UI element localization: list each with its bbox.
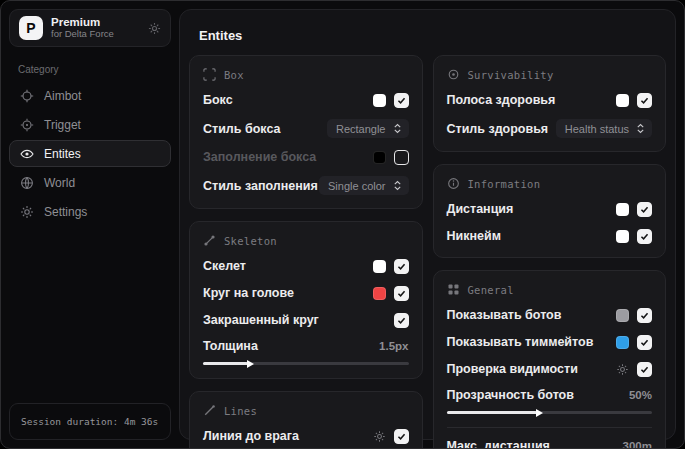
left-column: Box Бокс Стиль бокса [189, 55, 423, 449]
checkmark-icon [640, 205, 649, 214]
color-swatch[interactable] [616, 336, 629, 349]
sidebar-item-label: Aimbot [44, 89, 81, 103]
checkbox[interactable] [637, 229, 652, 244]
checkbox[interactable] [637, 308, 652, 323]
color-swatch[interactable] [373, 287, 386, 300]
setting-row: Заполнение бокса [203, 149, 409, 165]
entities-eye-icon [20, 147, 34, 161]
setting-label: Круг на голове [203, 286, 294, 300]
category-label: Category [18, 64, 171, 75]
setting-row: Показывать тиммейтов [447, 334, 653, 350]
setting-label: Никнейм [447, 229, 501, 243]
setting-row: Дистанция [447, 201, 653, 217]
lines-section: Lines Линия до врага [189, 391, 423, 449]
setting-label: Прозрачность ботов [447, 388, 574, 402]
box-style-dropdown[interactable]: Rectangle [327, 119, 409, 138]
section-title: Box [224, 69, 244, 81]
brand-card: P Premium for Delta Force [9, 9, 171, 47]
survivability-section-header: Survivability [447, 68, 653, 81]
setting-label: Стиль заполнения [203, 179, 318, 193]
setting-label: Дистанция [447, 202, 514, 216]
color-swatch[interactable] [373, 94, 386, 107]
sidebar-item-entites[interactable]: Entites [9, 140, 171, 167]
setting-row: Линия до врага [203, 428, 409, 444]
setting-row: Стиль бокса Rectangle [203, 119, 409, 138]
brand-logo: P [19, 16, 43, 40]
color-swatch[interactable] [373, 260, 386, 273]
dropdown-value: Health status [565, 123, 629, 135]
right-column: Survivability Полоса здоровья Стиль здор… [433, 55, 667, 449]
color-swatch[interactable] [373, 151, 386, 164]
page-title: Entites [199, 28, 666, 43]
grid-icon [447, 283, 460, 296]
bot-opacity-slider-group: Прозрачность ботов 50% [447, 388, 653, 414]
slider-fill[interactable] [203, 362, 248, 365]
gear-icon[interactable] [616, 363, 629, 376]
checkmark-icon [397, 289, 406, 298]
health-style-dropdown[interactable]: Health status [556, 119, 652, 138]
sidebar-item-settings[interactable]: Settings [9, 198, 171, 225]
setting-row: Проверка видимости [447, 361, 653, 377]
sidebar-item-trigget[interactable]: Trigget [9, 111, 171, 138]
gear-icon[interactable] [373, 430, 386, 443]
checkmark-icon [640, 96, 649, 105]
setting-label: Стиль здоровья [447, 122, 549, 136]
checkbox[interactable] [394, 429, 409, 444]
survivability-section: Survivability Полоса здоровья Стиль здор… [433, 55, 667, 152]
setting-row: Скелет [203, 258, 409, 274]
checkbox[interactable] [394, 259, 409, 274]
checkbox[interactable] [394, 313, 409, 328]
checkmark-icon [397, 96, 406, 105]
checkbox[interactable] [394, 93, 409, 108]
sidebar-item-aimbot[interactable]: Aimbot [9, 82, 171, 109]
sidebar-item-label: Settings [44, 205, 87, 219]
checkbox[interactable] [637, 335, 652, 350]
checkmark-icon [640, 365, 649, 374]
skeleton-section: Skeleton Скелет Круг на голове [189, 221, 423, 379]
gear-icon[interactable] [148, 22, 161, 35]
checkbox[interactable] [637, 202, 652, 217]
globe-icon [20, 176, 34, 190]
gear-icon [20, 205, 34, 219]
setting-label: Стиль бокса [203, 122, 280, 136]
session-duration: Session duration: 4m 36s [9, 403, 171, 440]
box-corners-icon [203, 68, 216, 81]
setting-label: Закрашенный круг [203, 313, 319, 327]
section-title: Information [468, 178, 541, 190]
checkbox[interactable] [637, 362, 652, 377]
unfold-icon [393, 123, 402, 134]
thickness-slider[interactable] [203, 362, 409, 365]
checkbox[interactable] [394, 150, 409, 165]
setting-row: Никнейм [447, 228, 653, 244]
color-swatch[interactable] [616, 230, 629, 243]
color-swatch[interactable] [616, 203, 629, 216]
checkmark-icon [397, 316, 406, 325]
checkbox[interactable] [637, 93, 652, 108]
brand-text: Premium for Delta Force [51, 16, 114, 40]
setting-row: Стиль заполнения Single color [203, 176, 409, 195]
color-swatch[interactable] [616, 94, 629, 107]
setting-label: Макс. дистанция [447, 439, 550, 449]
fill-style-dropdown[interactable]: Single color [319, 176, 408, 195]
box-section: Box Бокс Стиль бокса [189, 55, 423, 209]
setting-label: Заполнение бокса [203, 150, 316, 164]
info-icon [447, 177, 460, 190]
crosshair-icon [20, 89, 34, 103]
sidebar-item-label: Entites [44, 147, 81, 161]
checkmark-icon [640, 338, 649, 347]
sidebar-item-world[interactable]: World [9, 169, 171, 196]
color-swatch[interactable] [616, 309, 629, 322]
slider-fill[interactable] [447, 411, 537, 414]
unfold-icon [393, 180, 402, 191]
box-section-header: Box [203, 68, 409, 81]
dropdown-value: Rectangle [336, 123, 386, 135]
unfold-icon [636, 123, 645, 134]
checkmark-icon [640, 311, 649, 320]
setting-row: Круг на голове [203, 285, 409, 301]
section-title: Lines [224, 405, 257, 417]
target-dot-icon [447, 68, 460, 81]
setting-row: Закрашенный круг [203, 312, 409, 328]
slider-value: 300m [623, 440, 652, 449]
bot-opacity-slider[interactable] [447, 411, 653, 414]
checkbox[interactable] [394, 286, 409, 301]
